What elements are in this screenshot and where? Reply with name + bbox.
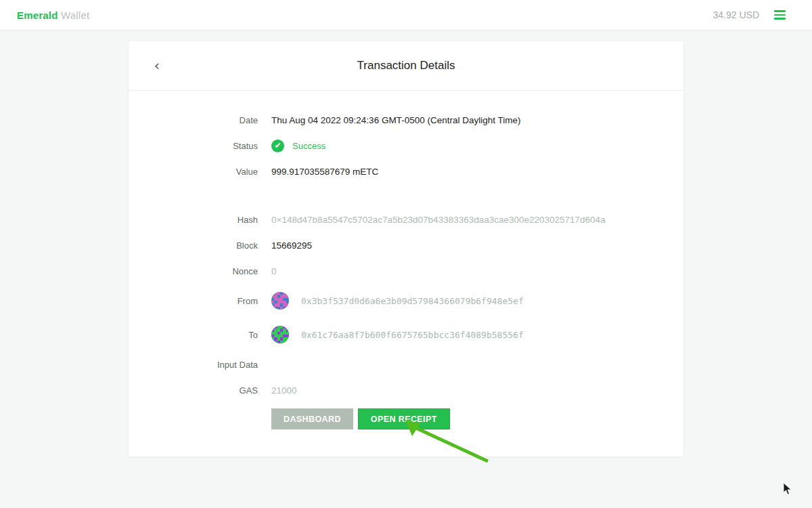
- field-row-date: Date Thu Aug 04 2022 09:24:36 GMT-0500 (…: [129, 107, 683, 133]
- from-label: From: [129, 296, 258, 306]
- gas-value: 21000: [271, 385, 297, 396]
- field-row-hash: Hash 0×148d47b8a5547c5702ac7a5b23d07b433…: [129, 207, 683, 232]
- topbar: Emerald Wallet 34.92 USD: [0, 0, 812, 30]
- mouse-cursor-icon: [783, 482, 792, 496]
- field-row-gas: GAS 21000: [129, 377, 683, 403]
- back-button[interactable]: ‹: [149, 58, 165, 74]
- total-balance: 34.92 USD: [713, 9, 759, 20]
- button-row: DASHBOARD OPEN RECEIPT: [271, 408, 683, 429]
- field-row-status: Status ✔ Success: [129, 133, 683, 158]
- field-row-value: Value 999.917035587679 mETC: [129, 158, 683, 184]
- hash-label: Hash: [129, 215, 258, 225]
- status-badge: Success: [292, 141, 325, 151]
- value-label: Value: [129, 167, 258, 177]
- to-label: To: [129, 330, 258, 340]
- topbar-right: 34.92 USD: [713, 7, 787, 22]
- field-row-block: Block 15669295: [129, 232, 683, 258]
- hamburger-menu-icon[interactable]: [773, 7, 787, 22]
- app-logo[interactable]: Emerald Wallet: [17, 9, 89, 21]
- from-address-identicon: [271, 292, 289, 310]
- date-value: Thu Aug 04 2022 09:24:36 GMT-0500 (Centr…: [271, 115, 520, 125]
- page-title: Transaction Details: [129, 59, 683, 72]
- nonce-label: Nonce: [129, 266, 258, 276]
- from-address: 0x3b3f537d0d6a6e3b09d57984366079b6f948e5…: [301, 296, 524, 306]
- card-header: ‹ Transaction Details: [129, 41, 683, 91]
- field-row-to: To 0x61c76aa8f7b600f6675765bbcc36f4089b5…: [129, 318, 683, 352]
- gas-label: GAS: [129, 385, 258, 396]
- brand-secondary: Wallet: [61, 9, 89, 21]
- field-row-from: From 0x3b3f537d0d6a6e3b09d57984366079b6f…: [129, 284, 683, 318]
- block-number: 15669295: [271, 240, 312, 251]
- field-row-nonce: Nonce 0: [129, 258, 683, 284]
- transaction-details-card: ‹ Transaction Details Date Thu Aug 04 20…: [129, 41, 683, 457]
- open-receipt-button[interactable]: OPEN RECEIPT: [358, 408, 450, 429]
- card-body: Date Thu Aug 04 2022 09:24:36 GMT-0500 (…: [129, 91, 683, 457]
- success-check-icon: ✔: [271, 140, 284, 152]
- nonce-value: 0: [271, 266, 277, 276]
- date-label: Date: [129, 115, 258, 125]
- status-label: Status: [129, 141, 258, 151]
- dashboard-button[interactable]: DASHBOARD: [271, 408, 353, 429]
- field-row-input-data: Input Data: [129, 352, 683, 377]
- value-amount: 999.917035587679 mETC: [271, 167, 378, 177]
- to-address: 0x61c76aa8f7b600f6675765bbcc36f4089b5855…: [301, 330, 524, 340]
- brand-primary: Emerald: [17, 9, 58, 21]
- block-label: Block: [129, 240, 258, 251]
- input-data-label: Input Data: [129, 360, 258, 370]
- to-address-identicon: [271, 326, 289, 343]
- transaction-hash: 0×148d47b8a5547c5702ac7a5b23d07b43383363…: [271, 215, 606, 225]
